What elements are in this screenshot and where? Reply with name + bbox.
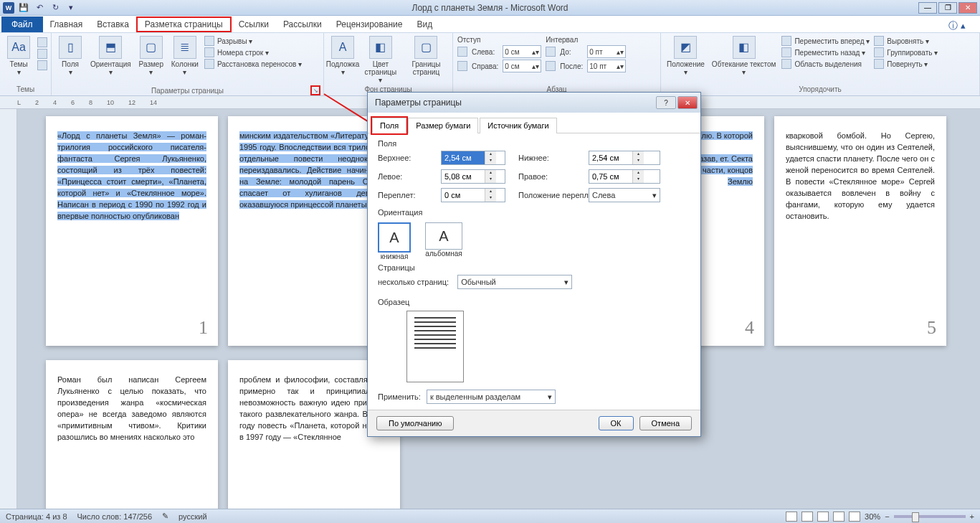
tab-review[interactable]: Рецензирование bbox=[329, 17, 410, 32]
tab-page-layout[interactable]: Разметка страницы bbox=[136, 17, 232, 32]
indent-header: Отступ bbox=[457, 36, 541, 44]
rotate-menu[interactable]: Повернуть ▾ bbox=[874, 59, 938, 69]
margins-button[interactable]: ▯Поля▾ bbox=[54, 34, 86, 77]
save-icon[interactable]: 💾 bbox=[17, 1, 30, 14]
send-backward-menu[interactable]: Переместить назад ▾ bbox=[781, 47, 870, 57]
page-5[interactable]: кварковой бомбой. Но Сергею, выяснившему… bbox=[774, 116, 946, 346]
tab-view[interactable]: Вид bbox=[409, 17, 439, 32]
view-draft-icon[interactable] bbox=[849, 512, 860, 522]
pages-group-label: Страницы bbox=[378, 263, 690, 272]
spacing-after-input[interactable]: 10 пт▴▾ bbox=[587, 60, 626, 72]
hyphenation-menu[interactable]: Расстановка переносов ▾ bbox=[204, 59, 302, 69]
group-icon bbox=[874, 47, 884, 57]
orientation-button[interactable]: ⬒Ориентация▾ bbox=[87, 34, 134, 77]
page-borders-button[interactable]: ▢Границы страниц bbox=[403, 34, 449, 77]
page-6[interactable]: Роман был написан Сергеем Лукьяненко с ц… bbox=[46, 360, 218, 509]
view-web-icon[interactable] bbox=[817, 512, 829, 522]
tab-insert[interactable]: Вставка bbox=[90, 17, 136, 32]
status-zoom[interactable]: 30% bbox=[865, 512, 880, 521]
page-borders-icon: ▢ bbox=[414, 36, 437, 59]
gutter-position-combo[interactable]: Слева▾ bbox=[589, 188, 660, 202]
default-button[interactable]: По умолчанию bbox=[376, 416, 454, 430]
zoom-slider[interactable] bbox=[894, 515, 966, 518]
indent-left-input[interactable]: 0 см▴▾ bbox=[503, 45, 541, 58]
send-backward-icon bbox=[781, 47, 791, 57]
page-setup-dialog-launcher[interactable]: ↘ bbox=[310, 85, 320, 95]
themes-button[interactable]: AaТемы▾ bbox=[3, 34, 34, 77]
line-numbers-menu[interactable]: Номера строк ▾ bbox=[204, 47, 302, 57]
cancel-button[interactable]: Отмена bbox=[639, 416, 692, 430]
dialog-close-button[interactable]: ✕ bbox=[677, 96, 698, 109]
line-numbers-icon bbox=[204, 47, 214, 57]
vertical-ruler[interactable] bbox=[0, 109, 17, 509]
wrap-text-button[interactable]: ◧Обтекание текстом▾ bbox=[709, 34, 779, 77]
theme-fonts-icon[interactable] bbox=[37, 49, 47, 59]
theme-effects-icon[interactable] bbox=[37, 60, 47, 70]
page-setup-dialog: Параметры страницы ? ✕ Поля Размер бумаг… bbox=[367, 92, 701, 437]
close-button[interactable]: ✕ bbox=[958, 2, 977, 14]
zoom-out-icon[interactable]: − bbox=[885, 512, 889, 521]
columns-button[interactable]: ≣Колонки▾ bbox=[168, 34, 201, 77]
view-reading-icon[interactable] bbox=[801, 512, 813, 522]
group-menu[interactable]: Группировать ▾ bbox=[874, 47, 938, 57]
orientation-icon: ⬒ bbox=[99, 36, 122, 59]
group-themes-label: Темы bbox=[3, 85, 48, 95]
undo-icon[interactable]: ↶ bbox=[33, 1, 46, 14]
gutter-input[interactable]: ▴▾ bbox=[441, 188, 505, 202]
tab-references[interactable]: Ссылки bbox=[232, 17, 276, 32]
indent-right-icon bbox=[457, 61, 467, 71]
view-outline-icon[interactable] bbox=[833, 512, 845, 522]
orientation-portrait[interactable]: Aкнижная bbox=[378, 222, 411, 260]
margin-bottom-input[interactable]: ▴▾ bbox=[589, 151, 660, 165]
restore-button[interactable]: ❐ bbox=[938, 2, 957, 14]
indent-left-icon bbox=[457, 47, 467, 57]
ok-button[interactable]: ОК bbox=[599, 416, 634, 430]
align-menu[interactable]: Выровнять ▾ bbox=[874, 36, 938, 46]
help-icon[interactable]: ⓘ ▴ bbox=[948, 19, 980, 32]
status-page[interactable]: Страница: 4 из 8 bbox=[6, 512, 67, 521]
status-language[interactable]: русский bbox=[179, 512, 206, 521]
dialog-tab-source[interactable]: Источник бумаги bbox=[480, 118, 556, 133]
watermark-button[interactable]: AПодложка▾ bbox=[327, 34, 358, 77]
hyphenation-icon bbox=[204, 59, 214, 69]
breaks-menu[interactable]: Разрывы ▾ bbox=[204, 36, 302, 46]
theme-colors-icon[interactable] bbox=[37, 37, 47, 47]
page-color-button[interactable]: ◧Цвет страницы▾ bbox=[360, 34, 401, 85]
status-proofing-icon[interactable]: ✎ bbox=[162, 512, 168, 521]
indent-right-input[interactable]: 0 см▴▾ bbox=[503, 60, 541, 72]
align-icon bbox=[874, 36, 884, 46]
orientation-landscape[interactable]: Aальбомная bbox=[425, 222, 462, 260]
bring-forward-menu[interactable]: Переместить вперед ▾ bbox=[781, 36, 870, 46]
redo-icon[interactable]: ↻ bbox=[49, 1, 62, 14]
tab-mailings[interactable]: Рассылки bbox=[276, 17, 329, 32]
selection-pane-icon bbox=[781, 59, 791, 69]
spacing-before-icon bbox=[546, 47, 556, 57]
position-button[interactable]: ◩Положение▾ bbox=[664, 34, 708, 77]
window-title: Лорд с планеты Земля - Microsoft Word bbox=[412, 3, 569, 13]
preview-group-label: Образец bbox=[378, 298, 690, 306]
dialog-tab-margins[interactable]: Поля bbox=[372, 118, 406, 133]
qat-more-icon[interactable]: ▾ bbox=[65, 1, 77, 14]
minimize-button[interactable]: — bbox=[918, 2, 937, 14]
tab-home[interactable]: Главная bbox=[43, 17, 90, 32]
margin-top-input[interactable]: ▴▾ bbox=[441, 151, 505, 165]
zoom-in-icon[interactable]: + bbox=[970, 512, 974, 521]
apply-to-combo[interactable]: к выделенным разделам▾ bbox=[427, 390, 556, 404]
selection-pane-menu[interactable]: Область выделения bbox=[781, 59, 870, 69]
dialog-help-button[interactable]: ? bbox=[656, 96, 676, 109]
page-color-icon: ◧ bbox=[369, 36, 392, 59]
columns-icon: ≣ bbox=[173, 36, 196, 59]
multiple-pages-combo[interactable]: Обычный▾ bbox=[457, 275, 572, 289]
margin-left-input[interactable]: ▴▾ bbox=[441, 169, 505, 184]
view-print-layout-icon[interactable] bbox=[786, 512, 797, 522]
spacing-before-input[interactable]: 0 пт▴▾ bbox=[587, 45, 626, 58]
dialog-tab-paper[interactable]: Размер бумаги bbox=[408, 118, 478, 133]
page-1[interactable]: «Лорд с планеты Земля» — роман-трилогия … bbox=[46, 116, 218, 346]
file-tab[interactable]: Файл bbox=[1, 17, 43, 32]
word-app-icon: W bbox=[3, 2, 14, 14]
status-words[interactable]: Число слов: 147/256 bbox=[77, 512, 153, 521]
themes-icon: Aa bbox=[7, 36, 30, 59]
size-icon: ▢ bbox=[140, 36, 163, 59]
margin-right-input[interactable]: ▴▾ bbox=[589, 169, 660, 184]
size-button[interactable]: ▢Размер▾ bbox=[135, 34, 167, 77]
